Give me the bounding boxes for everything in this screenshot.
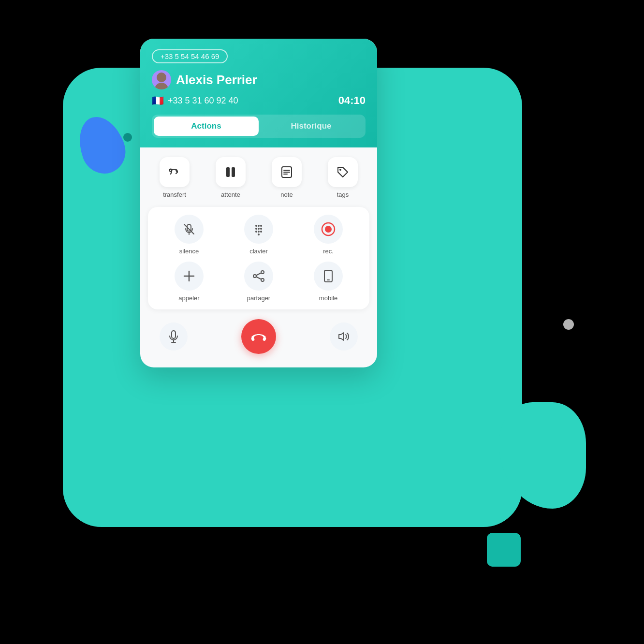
- keypad-icon: [252, 222, 265, 236]
- svg-point-18: [255, 231, 257, 233]
- caller-number-text: +33 5 31 60 92 40: [168, 96, 238, 106]
- action-tags[interactable]: tags: [318, 157, 367, 198]
- mic-icon: [167, 330, 180, 343]
- svg-point-0: [155, 83, 168, 89]
- contact-name: Alexis Perrier: [176, 73, 257, 88]
- volume-button[interactable]: [330, 322, 358, 351]
- partager-label: partager: [247, 294, 270, 302]
- action-rec[interactable]: rec.: [297, 215, 360, 255]
- tags-button[interactable]: [328, 157, 358, 187]
- note-icon: [280, 165, 293, 179]
- pause-icon: [224, 165, 237, 179]
- mic-button[interactable]: [160, 322, 188, 351]
- scene: +33 5 54 54 46 69 Alexis Perrier 🇫🇷 +33 …: [0, 0, 644, 644]
- svg-rect-35: [251, 337, 255, 341]
- svg-rect-3: [226, 167, 230, 177]
- svg-point-13: [258, 225, 260, 227]
- mobile-icon: [322, 269, 334, 283]
- clavier-label: clavier: [249, 248, 268, 255]
- attente-label: attente: [221, 191, 240, 198]
- rec-label: rec.: [323, 248, 334, 255]
- mobile-button[interactable]: [314, 262, 343, 291]
- svg-point-2: [170, 169, 172, 172]
- note-label: note: [280, 191, 293, 198]
- svg-point-15: [255, 228, 257, 230]
- action-transfer[interactable]: transfert: [150, 157, 199, 198]
- volume-icon: [337, 330, 351, 343]
- action-silence[interactable]: silence: [158, 215, 220, 255]
- svg-point-27: [253, 275, 256, 278]
- transfer-button[interactable]: [160, 157, 190, 187]
- secondary-actions: silence: [148, 207, 369, 309]
- square-decoration: [487, 533, 521, 567]
- action-mobile[interactable]: mobile: [297, 262, 360, 302]
- silence-label: silence: [179, 248, 199, 255]
- appeler-button[interactable]: [175, 262, 204, 291]
- svg-point-21: [258, 234, 260, 235]
- avatar: [152, 70, 171, 89]
- transfer-icon: [168, 165, 181, 179]
- phone-card: +33 5 54 54 46 69 Alexis Perrier 🇫🇷 +33 …: [140, 39, 377, 367]
- action-partager[interactable]: partager: [227, 262, 290, 302]
- flag-icon: 🇫🇷: [152, 95, 164, 106]
- svg-point-19: [258, 231, 260, 233]
- svg-line-30: [256, 277, 261, 279]
- action-clavier[interactable]: clavier: [227, 215, 290, 255]
- svg-point-20: [260, 231, 262, 233]
- clavier-button[interactable]: [244, 215, 273, 244]
- call-info-row: 🇫🇷 +33 5 31 60 92 40 04:10: [152, 94, 366, 107]
- hangup-icon: [250, 332, 267, 341]
- card-header: +33 5 54 54 46 69 Alexis Perrier 🇫🇷 +33 …: [140, 39, 377, 147]
- note-button[interactable]: [272, 157, 302, 187]
- tags-label: tags: [337, 191, 349, 198]
- contact-row: Alexis Perrier: [152, 70, 366, 89]
- svg-point-9: [339, 169, 341, 171]
- dot-decoration: [123, 133, 132, 142]
- phone-number-badge: +33 5 54 54 46 69: [152, 49, 228, 63]
- svg-point-26: [261, 271, 264, 274]
- silence-button[interactable]: [175, 215, 204, 244]
- actions-grid: transfert attente: [140, 147, 377, 207]
- svg-point-28: [261, 278, 264, 281]
- svg-line-29: [256, 273, 261, 276]
- attente-button[interactable]: [216, 157, 246, 187]
- svg-point-17: [260, 228, 262, 230]
- bottom-bar: [140, 309, 377, 367]
- svg-point-14: [260, 225, 262, 227]
- tabs-row: Actions Historique: [152, 115, 366, 138]
- tab-actions[interactable]: Actions: [154, 117, 259, 136]
- hangup-button[interactable]: [241, 319, 276, 354]
- call-timer: 04:10: [338, 94, 366, 107]
- svg-rect-36: [263, 337, 266, 341]
- svg-point-12: [255, 225, 257, 227]
- mobile-label: mobile: [319, 294, 337, 302]
- partager-button[interactable]: [244, 262, 273, 291]
- action-note[interactable]: note: [262, 157, 311, 198]
- tab-historique[interactable]: Historique: [259, 117, 364, 136]
- action-appeler[interactable]: appeler: [158, 262, 220, 302]
- svg-point-1: [157, 73, 166, 82]
- svg-point-16: [258, 228, 260, 230]
- rec-button[interactable]: [314, 215, 343, 244]
- dot-right-decoration: [563, 319, 574, 330]
- appeler-label: appeler: [178, 294, 199, 302]
- record-icon: [321, 222, 336, 236]
- tag-icon: [336, 165, 350, 179]
- caller-number: 🇫🇷 +33 5 31 60 92 40: [152, 95, 238, 106]
- transfer-label: transfert: [163, 191, 186, 198]
- share-icon: [252, 269, 265, 283]
- svg-rect-4: [232, 167, 235, 177]
- mute-icon: [182, 222, 196, 236]
- svg-point-23: [325, 226, 332, 233]
- add-call-icon: [182, 269, 196, 283]
- action-attente[interactable]: attente: [206, 157, 255, 198]
